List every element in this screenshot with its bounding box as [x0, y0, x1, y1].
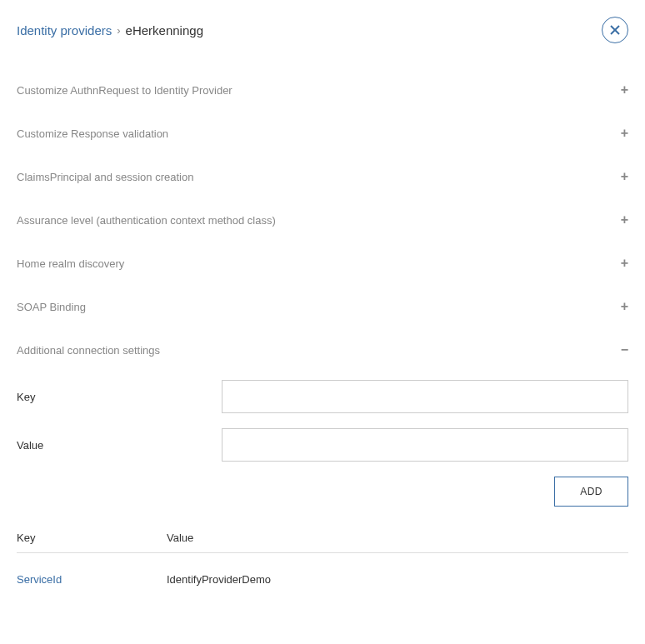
- accordion-additional-settings[interactable]: Additional connection settings −: [17, 328, 628, 372]
- accordion-title: SOAP Binding: [17, 301, 86, 313]
- key-input[interactable]: [222, 380, 628, 413]
- accordion-assurance-level[interactable]: Assurance level (authentication context …: [17, 198, 628, 242]
- plus-icon: +: [621, 170, 628, 183]
- table-cell-key[interactable]: ServiceId: [17, 573, 167, 586]
- accordion-authnrequest[interactable]: Customize AuthnRequest to Identity Provi…: [17, 68, 628, 112]
- table-row: ServiceId IdentifyProviderDemo: [17, 568, 628, 591]
- accordion-home-realm[interactable]: Home realm discovery +: [17, 242, 628, 285]
- accordion-claims-principal[interactable]: ClaimsPrincipal and session creation +: [17, 155, 628, 198]
- value-input[interactable]: [222, 428, 628, 462]
- page-header: Identity providers › eHerkenningg: [17, 17, 628, 43]
- table-header-key: Key: [17, 532, 167, 544]
- breadcrumb-parent-link[interactable]: Identity providers: [17, 23, 112, 37]
- close-button[interactable]: [602, 17, 628, 43]
- accordion-title: Customize AuthnRequest to Identity Provi…: [17, 84, 232, 97]
- accordion-response-validation[interactable]: Customize Response validation +: [17, 112, 628, 155]
- accordion-soap-binding[interactable]: SOAP Binding +: [17, 285, 628, 328]
- breadcrumb-current: eHerkenningg: [126, 23, 203, 37]
- plus-icon: +: [621, 257, 628, 270]
- additional-settings-form: Key Value ADD Key Value ServiceId Identi…: [17, 380, 628, 591]
- table-cell-value: IdentifyProviderDemo: [167, 573, 628, 586]
- table-header-value: Value: [167, 532, 628, 544]
- breadcrumb: Identity providers › eHerkenningg: [17, 23, 203, 37]
- value-row: Value: [17, 428, 628, 462]
- accordion-title: Assurance level (authentication context …: [17, 214, 276, 227]
- key-label: Key: [17, 391, 222, 403]
- accordion-title: ClaimsPrincipal and session creation: [17, 171, 193, 183]
- add-button[interactable]: ADD: [554, 477, 628, 507]
- plus-icon: +: [621, 127, 628, 140]
- settings-table: Key Value ServiceId IdentifyProviderDemo: [17, 532, 628, 591]
- button-row: ADD: [17, 477, 628, 507]
- accordion-title: Customize Response validation: [17, 127, 168, 140]
- value-label: Value: [17, 439, 222, 452]
- plus-icon: +: [621, 300, 628, 313]
- plus-icon: +: [621, 213, 628, 227]
- key-row: Key: [17, 380, 628, 413]
- table-header: Key Value: [17, 532, 628, 553]
- accordion-title: Additional connection settings: [17, 344, 160, 357]
- plus-icon: +: [621, 83, 628, 97]
- breadcrumb-separator: ›: [117, 24, 120, 37]
- accordion-list: Customize AuthnRequest to Identity Provi…: [17, 68, 628, 372]
- minus-icon: −: [621, 343, 628, 357]
- accordion-title: Home realm discovery: [17, 257, 124, 270]
- close-icon: [609, 24, 621, 36]
